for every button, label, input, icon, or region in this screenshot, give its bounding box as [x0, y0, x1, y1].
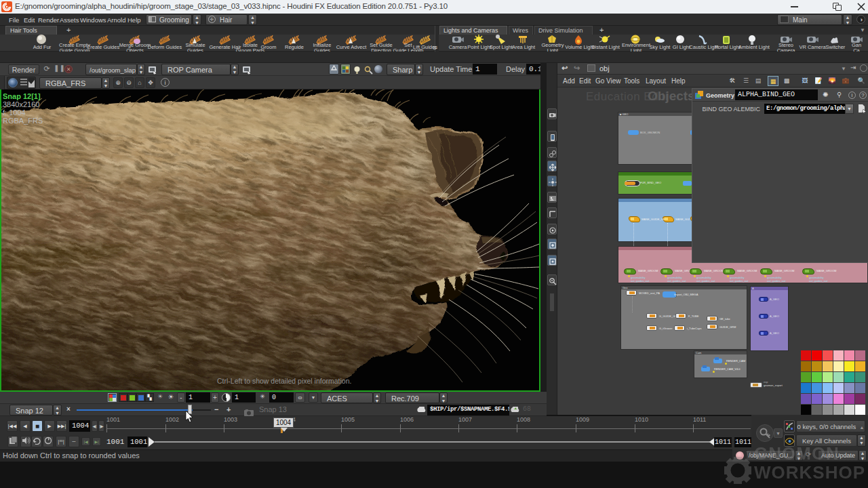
- svg-text:GNOMON: GNOMON: [754, 443, 840, 464]
- svg-text:THE: THE: [746, 450, 758, 457]
- svg-text:WORKSHOP: WORKSHOP: [754, 462, 865, 483]
